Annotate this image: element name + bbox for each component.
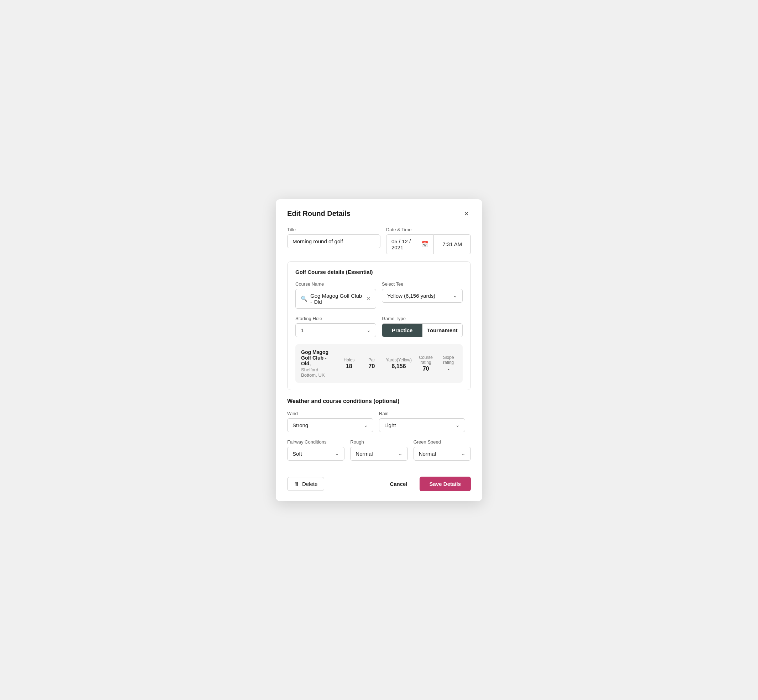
course-rating-label: Course rating	[417, 355, 434, 365]
trash-icon: 🗑	[294, 481, 299, 487]
chevron-down-icon: ⌄	[453, 293, 457, 298]
chevron-down-icon-7: ⌄	[461, 451, 465, 456]
clear-icon[interactable]: ✕	[366, 295, 371, 302]
golf-course-title: Golf Course details (Essential)	[295, 269, 463, 275]
fairway-dropdown[interactable]: Soft ⌄	[287, 447, 345, 461]
green-speed-group: Green Speed Normal ⌄	[413, 439, 471, 461]
hole-gametype-row: Starting Hole 1 ⌄ Game Type Practice Tou…	[295, 316, 463, 337]
title-label: Title	[287, 227, 381, 232]
game-type-toggle: Practice Tournament	[382, 323, 463, 337]
footer-row: 🗑 Delete Cancel Save Details	[287, 477, 471, 491]
green-speed-value: Normal	[419, 451, 436, 457]
course-holes-stat: Holes 18	[341, 358, 358, 370]
starting-hole-group: Starting Hole 1 ⌄	[295, 316, 376, 337]
title-group: Title	[287, 227, 381, 254]
green-speed-dropdown[interactable]: Normal ⌄	[413, 447, 471, 461]
course-name-group: Course Name 🔍 Gog Magog Golf Club - Old …	[295, 281, 376, 309]
practice-button[interactable]: Practice	[382, 324, 423, 337]
course-name-input[interactable]: 🔍 Gog Magog Golf Club - Old ✕	[295, 289, 376, 309]
course-info-location: Shelford Bottom, UK	[301, 367, 335, 378]
par-label: Par	[368, 358, 375, 362]
chevron-down-icon-4: ⌄	[456, 422, 460, 428]
rough-group: Rough Normal ⌄	[350, 439, 407, 461]
rain-dropdown[interactable]: Light ⌄	[379, 418, 465, 432]
chevron-down-icon-3: ⌄	[364, 422, 368, 428]
select-tee-label: Select Tee	[382, 281, 463, 287]
course-yards-stat: Yards(Yellow) 6,156	[386, 358, 412, 370]
date-field[interactable]: 05 / 12 / 2021 📅	[386, 234, 434, 254]
course-name-value: Gog Magog Golf Club - Old	[310, 293, 363, 305]
modal-header: Edit Round Details ×	[287, 209, 471, 219]
game-type-label: Game Type	[382, 316, 463, 321]
chevron-down-icon-2: ⌄	[366, 327, 371, 333]
wind-group: Wind Strong ⌄	[287, 411, 373, 432]
course-rating-value: 70	[423, 366, 429, 372]
rain-group: Rain Light ⌄	[379, 411, 465, 432]
time-value: 7:31 AM	[442, 241, 462, 247]
chevron-down-icon-5: ⌄	[335, 451, 339, 456]
date-value: 05 / 12 / 2021	[392, 238, 421, 250]
game-type-group: Game Type Practice Tournament	[382, 316, 463, 337]
datetime-label: Date & Time	[386, 227, 471, 232]
save-button[interactable]: Save Details	[420, 477, 471, 491]
select-tee-group: Select Tee Yellow (6,156 yards) ⌄	[382, 281, 463, 309]
fairway-group: Fairway Conditions Soft ⌄	[287, 439, 345, 461]
slope-rating-value: -	[448, 366, 449, 372]
course-info-name: Gog Magog Golf Club - Old, Shelford Bott…	[301, 349, 335, 378]
edit-round-modal: Edit Round Details × Title Date & Time 0…	[276, 199, 482, 501]
course-name-label: Course Name	[295, 281, 376, 287]
starting-hole-label: Starting Hole	[295, 316, 376, 321]
course-info-row: Gog Magog Golf Club - Old, Shelford Bott…	[295, 344, 463, 383]
rough-label: Rough	[350, 439, 407, 445]
green-speed-label: Green Speed	[413, 439, 471, 445]
rain-value: Light	[384, 422, 396, 428]
yards-label: Yards(Yellow)	[386, 358, 412, 362]
time-field[interactable]: 7:31 AM	[434, 234, 471, 254]
title-input[interactable]	[287, 234, 381, 248]
yards-value: 6,156	[392, 363, 406, 370]
weather-title: Weather and course conditions (optional)	[287, 398, 471, 405]
weather-section: Weather and course conditions (optional)…	[287, 398, 471, 461]
course-info-name-main: Gog Magog Golf Club - Old,	[301, 349, 335, 366]
delete-button[interactable]: 🗑 Delete	[287, 477, 324, 491]
golf-course-section: Golf Course details (Essential) Course N…	[287, 261, 471, 390]
course-tee-row: Course Name 🔍 Gog Magog Golf Club - Old …	[295, 281, 463, 309]
wind-dropdown[interactable]: Strong ⌄	[287, 418, 373, 432]
date-time-fields: 05 / 12 / 2021 📅 7:31 AM	[386, 234, 471, 254]
starting-hole-value: 1	[301, 327, 304, 333]
select-tee-value: Yellow (6,156 yards)	[387, 293, 435, 299]
wind-value: Strong	[293, 422, 308, 428]
search-icon: 🔍	[301, 295, 307, 302]
rough-dropdown[interactable]: Normal ⌄	[350, 447, 407, 461]
modal-title: Edit Round Details	[287, 209, 351, 218]
select-tee-dropdown[interactable]: Yellow (6,156 yards) ⌄	[382, 289, 463, 303]
calendar-icon: 📅	[421, 241, 429, 248]
datetime-group: Date & Time 05 / 12 / 2021 📅 7:31 AM	[386, 227, 471, 254]
par-value: 70	[369, 363, 375, 370]
cancel-button[interactable]: Cancel	[385, 477, 412, 491]
starting-hole-dropdown[interactable]: 1 ⌄	[295, 323, 376, 337]
course-rating-stat: Course rating 70	[417, 355, 434, 372]
fairway-value: Soft	[293, 451, 302, 457]
footer-divider	[287, 468, 471, 468]
close-button[interactable]: ×	[462, 209, 471, 219]
wind-label: Wind	[287, 411, 373, 416]
slope-rating-label: Slope rating	[440, 355, 457, 365]
rain-label: Rain	[379, 411, 465, 416]
course-par-stat: Par 70	[363, 358, 381, 370]
delete-label: Delete	[302, 481, 318, 487]
fairway-label: Fairway Conditions	[287, 439, 345, 445]
holes-label: Holes	[344, 358, 355, 362]
tournament-button[interactable]: Tournament	[423, 324, 463, 337]
footer-right: Cancel Save Details	[385, 477, 471, 491]
fairway-rough-green-row: Fairway Conditions Soft ⌄ Rough Normal ⌄…	[287, 439, 471, 461]
holes-value: 18	[346, 363, 352, 370]
wind-rain-row: Wind Strong ⌄ Rain Light ⌄	[287, 411, 471, 432]
slope-rating-stat: Slope rating -	[440, 355, 457, 372]
title-datetime-row: Title Date & Time 05 / 12 / 2021 📅 7:31 …	[287, 227, 471, 254]
rough-value: Normal	[356, 451, 373, 457]
chevron-down-icon-6: ⌄	[398, 451, 402, 456]
